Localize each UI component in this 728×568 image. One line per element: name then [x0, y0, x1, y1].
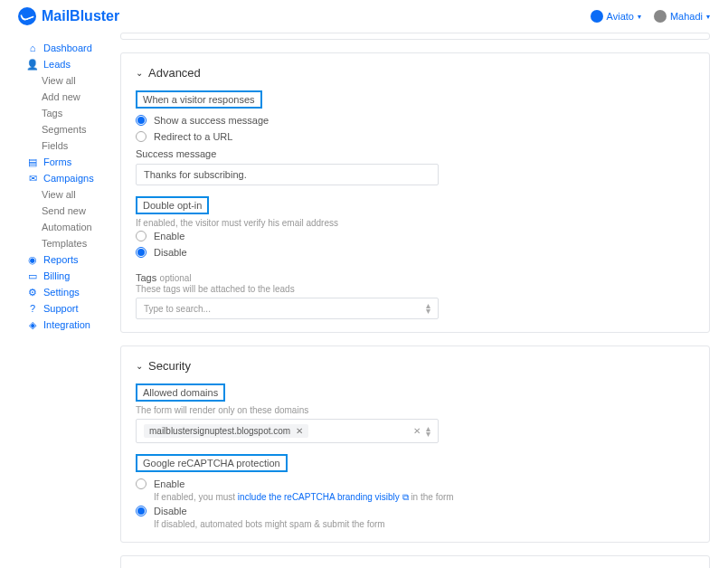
- chevron-down-icon: ▾: [638, 13, 641, 21]
- panel-branding: ⌄ MailBluster branding Remove MailBluste…: [120, 555, 710, 568]
- sidebar-item-leads[interactable]: 👤Leads: [27, 56, 113, 72]
- input-success-message[interactable]: [136, 164, 439, 185]
- sort-icon: ▴▾: [426, 303, 430, 314]
- sort-icon: ▴▾: [426, 426, 430, 437]
- radio-icon: [136, 506, 147, 516]
- brand-icon: [18, 7, 36, 25]
- radio-icon: [136, 115, 147, 126]
- sidebar-item-send-new[interactable]: Send new: [27, 203, 113, 219]
- hint-tags: These tags will be attached to the leads: [136, 284, 695, 294]
- chevron-down-icon: ⌄: [136, 68, 143, 78]
- org-avatar-icon: [591, 10, 603, 23]
- link-recaptcha-branding[interactable]: include the reCAPTCHA branding visibly ⧉: [238, 492, 409, 502]
- sidebar-item-support[interactable]: ?Support: [27, 300, 113, 317]
- hint-double-opt-in: If enabled, the visitor must verify his …: [136, 218, 695, 228]
- clear-icon[interactable]: ✕: [413, 426, 421, 436]
- section-toggle-advanced[interactable]: ⌄ Advanced: [136, 66, 695, 80]
- mail-icon: ✉: [27, 173, 38, 184]
- sidebar-item-segments[interactable]: Segments: [27, 121, 113, 137]
- sidebar-item-dashboard[interactable]: ⌂Dashboard: [27, 40, 113, 56]
- chevron-down-icon: ⌄: [136, 361, 143, 371]
- sidebar-item-integration[interactable]: ◈Integration: [27, 317, 113, 333]
- hint-allowed-domains: The form will render only on these domai…: [136, 405, 695, 415]
- select-tags[interactable]: Type to search... ▴▾: [136, 298, 439, 319]
- sidebar: ⌂Dashboard👤LeadsView allAdd newTagsSegme…: [0, 33, 113, 568]
- domain-chip: mailblustersignuptest.blogspot.com ✕: [144, 424, 308, 438]
- label-visitor-response: When a visitor responses: [136, 90, 262, 109]
- sidebar-item-add-new[interactable]: Add new: [27, 89, 113, 105]
- sidebar-item-reports[interactable]: ◉Reports: [27, 251, 113, 268]
- radio-show-success[interactable]: Show a success message: [136, 112, 695, 128]
- label-double-opt-in: Double opt-in: [136, 196, 209, 214]
- label-recaptcha: Google reCAPTCHA protection: [136, 454, 288, 472]
- card-icon: ▭: [27, 270, 38, 281]
- brand-text: MailBluster: [42, 8, 119, 24]
- gear-icon: ⚙: [27, 287, 38, 298]
- radio-doubleopt-enable[interactable]: Enable: [136, 228, 695, 244]
- sidebar-item-settings[interactable]: ⚙Settings: [27, 284, 113, 300]
- external-link-icon: ⧉: [402, 492, 409, 502]
- panel-advanced: ⌄ Advanced When a visitor responses Show…: [120, 52, 710, 333]
- label-tags: Tags: [136, 272, 156, 283]
- sidebar-item-templates[interactable]: Templates: [27, 235, 113, 251]
- sidebar-item-fields[interactable]: Fields: [27, 137, 113, 154]
- sidebar-item-view-all[interactable]: View all: [27, 72, 113, 89]
- sidebar-item-automation[interactable]: Automation: [27, 219, 113, 235]
- hint-captcha-disable: If disabled, automated bots might spam &…: [136, 519, 695, 529]
- radio-doubleopt-disable[interactable]: Disable: [136, 244, 695, 260]
- panel-security: ⌄ Security Allowed domains The form will…: [120, 346, 710, 543]
- form-icon: ▤: [27, 156, 38, 167]
- home-icon: ⌂: [27, 43, 38, 53]
- radio-icon: [136, 131, 147, 142]
- remove-chip-icon[interactable]: ✕: [296, 426, 303, 436]
- radio-icon: [136, 478, 147, 489]
- radio-captcha-enable[interactable]: Enable: [136, 476, 695, 492]
- radio-icon: [136, 231, 147, 241]
- user-menu[interactable]: Mahadi ▾: [654, 10, 710, 23]
- sidebar-item-campaigns[interactable]: ✉Campaigns: [27, 170, 113, 186]
- label-allowed-domains: Allowed domains: [136, 383, 225, 402]
- radio-captcha-disable[interactable]: Disable: [136, 503, 695, 519]
- radio-redirect-url[interactable]: Redirect to a URL: [136, 128, 695, 145]
- brand-logo: MailBluster: [18, 7, 119, 25]
- section-toggle-security[interactable]: ⌄ Security: [136, 359, 695, 373]
- panel-collapsed-prev: [120, 33, 710, 40]
- chart-icon: ◉: [27, 254, 38, 265]
- sidebar-item-forms[interactable]: ▤Forms: [27, 154, 113, 170]
- chevron-down-icon: ▾: [706, 13, 710, 21]
- org-switcher[interactable]: Aviato ▾: [591, 10, 641, 23]
- input-allowed-domains[interactable]: mailblustersignuptest.blogspot.com ✕ ✕ ▴…: [136, 419, 439, 443]
- hint-captcha-enable: If enabled, you must include the reCAPTC…: [136, 492, 695, 503]
- plug-icon: ◈: [27, 319, 38, 330]
- user-avatar-icon: [654, 10, 667, 23]
- label-success-message: Success message: [136, 148, 216, 159]
- radio-icon: [136, 247, 147, 258]
- sidebar-item-view-all[interactable]: View all: [27, 186, 113, 203]
- help-icon: ?: [27, 303, 38, 314]
- user-icon: 👤: [27, 59, 38, 70]
- sidebar-item-billing[interactable]: ▭Billing: [27, 268, 113, 284]
- sidebar-item-tags[interactable]: Tags: [27, 105, 113, 121]
